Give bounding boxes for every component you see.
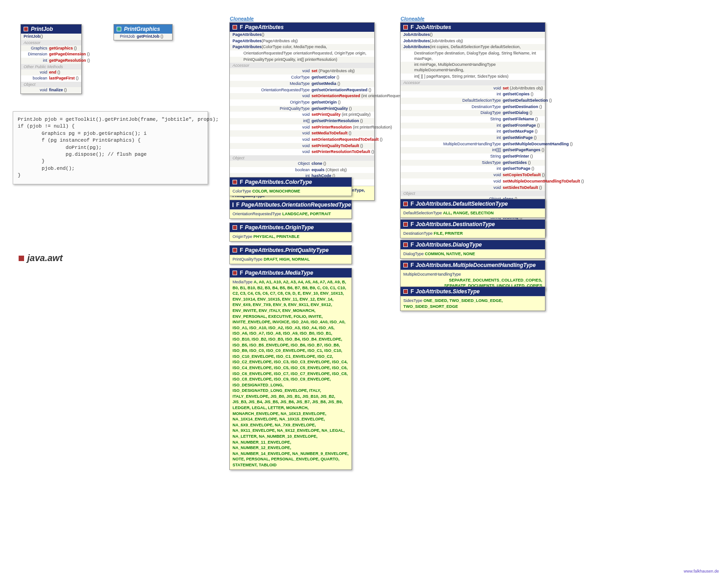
card-sidestype: FJobAttributes.SidesType SidesType ONE_S… [400,287,545,311]
card-title: PageAttributes.OriginType [245,224,314,231]
class-icon [233,180,237,184]
enum-row: ColorType COLOR, MONOCHROME [230,187,352,196]
card-header: PrintJob [21,25,81,34]
constructor-row: JobAttributes (int copies, DefaultSelect… [401,44,545,50]
method-row: int[][]get/setPageRanges () [401,147,545,153]
cloneable-label-pa: Cloneable [230,16,254,21]
constructors-section: JobAttributes ()JobAttributes (JobAttrib… [401,32,545,80]
card-printgraphics: PrintGraphics PrintJobgetPrintJob () [114,24,173,40]
constructor-row: PageAttributes (PageAttributes obj) [230,38,374,44]
credit-link[interactable]: www.falkhausen.de [683,569,719,573]
method-row: voidset (PageAttributes obj) [230,68,374,74]
card-title: JobAttributes [416,24,451,30]
card-dialogtype: FJobAttributes.DialogType DialogType COM… [400,240,545,259]
card-title: PageAttributes.PrintQualityType [245,247,328,253]
accessor-rows: voidset (JobAttributes obj)intget/setCop… [401,85,545,191]
card-header: FPageAttributes.OrientationRequestedType [230,200,352,209]
object-header: Object [401,191,545,196]
card-title: PageAttributes.MediaType [245,270,313,276]
class-icon [403,25,408,30]
enum-row: OriginType PHYSICAL, PRINTABLE [230,232,352,241]
accessor-header: Accessor [230,63,374,68]
method-row: Stringget/setPrinter () [401,153,545,160]
method-row: PrintQualityTypeget/setPrintQuality () [230,106,374,112]
accessor-header: Accessor [21,40,81,45]
constructor-row: int[ ][ ] pageRanges, String printer, Si… [401,74,545,80]
class-icon [233,271,237,275]
card-header: FJobAttributes.DestinationType [401,220,545,229]
card-header: FJobAttributes.DefaultSelectionType [401,199,545,208]
card-header: FPageAttributes.MediaType [230,268,352,277]
method-row: DimensiongetPageDimension () [21,51,81,58]
card-title: PrintJob [31,26,53,32]
method-row: voidsetOrientationRequestedToDefault () [230,137,374,143]
constructors-section: PrintJob () [21,34,81,40]
package-name: java.awt [27,253,63,263]
object-header: Object [230,155,374,161]
constructor-row: PrintQualityType printQuality, int[] pri… [230,57,374,63]
card-title: PrintGraphics [124,26,160,32]
method-row: PrintJobgetPrintJob () [114,34,172,40]
accessor-rows: GraphicsgetGraphics ()DimensiongetPageDi… [21,45,81,64]
card-title: JobAttributes.MultipleDocumentHandlingTy… [416,262,535,268]
card-title: JobAttributes.SidesType [416,288,480,295]
class-icon [403,263,408,267]
method-row: booleanequals (Object obj) [230,167,374,173]
card-defaultselectiontype: FJobAttributes.DefaultSelectionType Defa… [400,199,545,218]
class-icon [403,289,408,294]
constructor-row: OrientationRequestedType orientationRequ… [230,50,374,57]
method-row: Stringget/setFileName () [401,116,545,123]
card-header: FPageAttributes.ColorType [230,178,352,187]
method-row: voidsetPrintQuality (int printQuality) [230,112,374,118]
card-orientationtype: FPageAttributes.OrientationRequestedType… [229,200,352,219]
class-icon [403,222,408,227]
class-icon [233,248,237,252]
method-row: voidset (JobAttributes obj) [401,85,545,92]
card-colortype: FPageAttributes.ColorType ColorType COLO… [229,177,352,196]
method-row: MultipleDocumentHandlingTypeget/setMulti… [401,141,545,148]
card-title: PageAttributes.OrientationRequestedType [241,202,351,208]
card-origintype: FPageAttributes.OriginType OriginType PH… [229,222,352,242]
class-icon [233,203,233,207]
enum-row: OrientationRequestedType LANDSCAPE, PORT… [230,209,352,218]
class-icon [403,242,408,247]
enum-row: PrintQualityType DRAFT, HIGH, NORMAL [230,255,352,264]
method-row: voidsetOrientationRequested (int orienta… [230,93,374,99]
accessor-rows: voidset (PageAttributes obj)ColorTypeget… [230,68,374,155]
method-row: intget/setMinPage () [401,135,545,141]
method-row: voidsetSidesToDefault () [401,185,545,191]
accessor-header: Accessor [401,80,545,85]
card-header: FPageAttributes.PrintQualityType [230,246,352,255]
constructor-row: JobAttributes (JobAttributes obj) [401,38,545,44]
constructor-row: PrintJob () [21,34,81,40]
class-icon [24,27,28,31]
method-row: intget/setToPage () [401,166,545,172]
method-row: MediaTypeget/setMedia () [230,81,374,87]
constructor-row: DestinationType destination, DialogType … [401,50,545,62]
public-rows: voidend ()booleanlastPageFirst () [21,69,81,82]
card-mediatype: FPageAttributes.MediaType MediaType A, A… [229,268,352,470]
object-rows: voidfinalize () [21,87,81,94]
method-row: DestinationTypeget/setDestination () [401,104,545,110]
method-row: voidsetPrinterResolution (int printerRes… [230,124,374,131]
card-header: FJobAttributes.SidesType [401,287,545,296]
method-row: booleanlastPageFirst () [21,75,81,82]
enum-row: DestinationType FILE, PRINTER [401,229,545,238]
method-row: intgetPageResolution () [21,58,81,64]
card-header: FJobAttributes [401,23,545,32]
object-header: Object [21,82,81,87]
constructor-row: PageAttributes (ColorType color, MediaTy… [230,44,374,50]
public-header: Other Public Methods [21,64,81,69]
class-icon [233,25,237,30]
method-row: voidsetPrinterResolutionToDefault () [230,149,374,155]
cloneable-label-ja: Cloneable [401,16,425,21]
card-title: PageAttributes [245,24,283,30]
constructor-row: PageAttributes () [230,32,374,38]
enum-row: DialogType COMMON, NATIVE, NONE [401,249,545,258]
method-row: voidsetPrintQualityToDefault () [230,143,374,149]
card-header: FJobAttributes.MultipleDocumentHandlingT… [401,261,545,270]
package-label: java.awt [18,253,63,263]
method-row: voidsetMediaToDefault () [230,130,374,137]
card-title: PageAttributes.ColorType [245,179,312,185]
method-row: ColorTypeget/setColor () [230,74,374,81]
